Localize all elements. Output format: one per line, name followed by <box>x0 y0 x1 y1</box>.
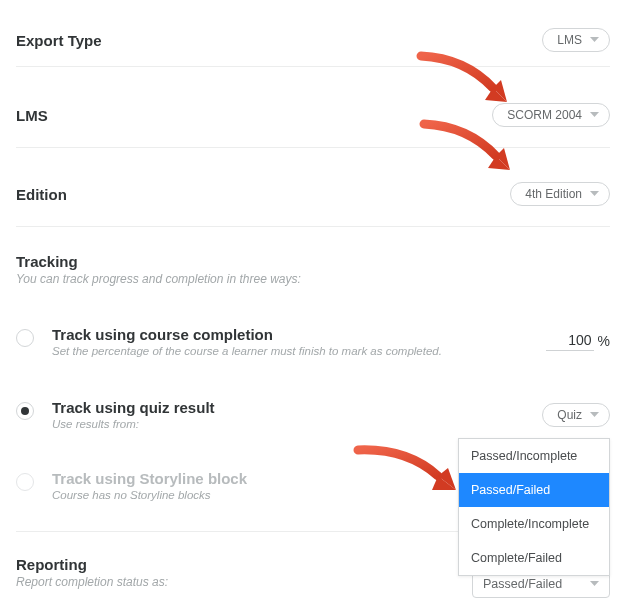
reporting-option-complete-incomplete[interactable]: Complete/Incomplete <box>459 507 609 541</box>
divider <box>16 147 610 148</box>
lms-dropdown[interactable]: SCORM 2004 <box>492 103 610 127</box>
export-type-value: LMS <box>557 33 582 47</box>
option-subtitle: Use results from: <box>52 418 530 430</box>
edition-row: Edition 4th Edition <box>16 154 610 226</box>
reporting-option-complete-failed[interactable]: Complete/Failed <box>459 541 609 575</box>
chevron-down-icon <box>590 412 599 418</box>
quiz-dropdown-value: Quiz <box>557 408 582 422</box>
export-type-dropdown[interactable]: LMS <box>542 28 610 52</box>
percent-field-wrap: % <box>546 330 610 351</box>
tracking-subtitle: You can track progress and completion in… <box>16 272 610 286</box>
edition-label: Edition <box>16 186 67 203</box>
option-title: Track using quiz result <box>52 399 530 416</box>
lms-label: LMS <box>16 107 48 124</box>
tracking-label: Tracking <box>16 253 610 270</box>
radio-quiz-result[interactable] <box>16 402 34 420</box>
quiz-dropdown[interactable]: Quiz <box>542 403 610 427</box>
edition-dropdown[interactable]: 4th Edition <box>510 182 610 206</box>
tracking-header: Tracking You can track progress and comp… <box>16 233 610 298</box>
option-title: Track using course completion <box>52 326 534 343</box>
chevron-down-icon <box>590 191 599 197</box>
lms-row: LMS SCORM 2004 <box>16 73 610 147</box>
lms-value: SCORM 2004 <box>507 108 582 122</box>
radio-course-completion[interactable] <box>16 329 34 347</box>
quiz-select-wrap: Quiz <box>542 403 610 427</box>
reporting-select-value: Passed/Failed <box>483 577 562 591</box>
divider <box>16 226 610 227</box>
option-main: Track using course completion Set the pe… <box>52 326 534 357</box>
completion-percent-input[interactable] <box>546 330 594 351</box>
reporting-left: Reporting Report completion status as: <box>16 556 168 589</box>
chevron-down-icon <box>590 112 599 118</box>
reporting-subtitle: Report completion status as: <box>16 575 168 589</box>
export-type-row: Export Type LMS <box>16 18 610 66</box>
percent-suffix: % <box>598 333 610 349</box>
export-type-label: Export Type <box>16 32 102 49</box>
reporting-dropdown-panel: Passed/Incomplete Passed/Failed Complete… <box>458 438 610 576</box>
chevron-down-icon <box>590 581 599 587</box>
tracking-option-course-completion: Track using course completion Set the pe… <box>16 298 610 373</box>
reporting-label: Reporting <box>16 556 168 573</box>
tracking-option-quiz-result: Track using quiz result Use results from… <box>16 373 610 446</box>
edition-value: 4th Edition <box>525 187 582 201</box>
reporting-option-passed-incomplete[interactable]: Passed/Incomplete <box>459 439 609 473</box>
chevron-down-icon <box>590 37 599 43</box>
radio-storyline <box>16 473 34 491</box>
option-subtitle: Set the percentage of the course a learn… <box>52 345 534 357</box>
divider <box>16 66 610 67</box>
reporting-option-passed-failed[interactable]: Passed/Failed <box>459 473 609 507</box>
option-main: Track using quiz result Use results from… <box>52 399 530 430</box>
